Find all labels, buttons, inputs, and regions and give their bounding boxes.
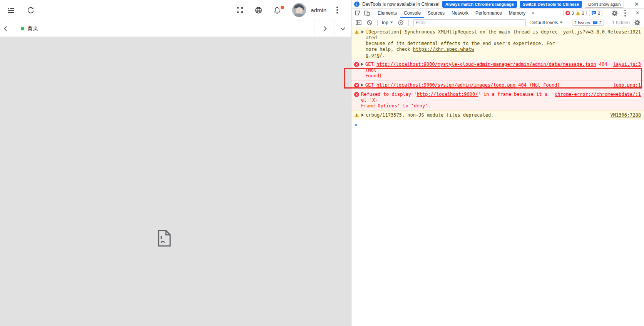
console-message-text: [Deprecation] Synchronous XMLHttpRequest… bbox=[366, 29, 558, 58]
error-icon bbox=[354, 83, 359, 88]
infobar-button-0[interactable]: Always match Chrome's language bbox=[442, 1, 517, 8]
issues-counter[interactable]: 2 bbox=[589, 10, 602, 16]
broken-page-icon bbox=[158, 230, 171, 247]
device-toolbar-icon[interactable] bbox=[362, 9, 371, 17]
issues-label: 2 Issues: bbox=[574, 20, 591, 25]
console-sidebar-toggle-icon[interactable] bbox=[354, 18, 363, 27]
console-prompt[interactable]: > bbox=[351, 120, 644, 130]
infobar-button-1[interactable]: Switch DevTools to Chinese bbox=[520, 1, 582, 8]
console-message-row: [Deprecation] Synchronous XMLHttpRequest… bbox=[351, 27, 644, 60]
console-toolbar: top Default levels 2 Issues: bbox=[351, 18, 644, 27]
infobar-close-icon[interactable]: ✕ bbox=[632, 1, 641, 7]
expand-triangle-icon[interactable] bbox=[361, 30, 364, 33]
hidden-messages-label: 1 hidden bbox=[612, 20, 630, 25]
console-toolbar-right: Default levels 2 Issues: 2 1 hidden bbox=[529, 18, 642, 27]
issues-count: 2 bbox=[598, 11, 600, 15]
source-location-link[interactable]: logo.png:1 bbox=[613, 82, 641, 88]
tab-scroll-right-button[interactable] bbox=[314, 20, 334, 37]
levels-label: Default levels bbox=[530, 20, 558, 25]
error-icon bbox=[354, 92, 359, 97]
iframe-content-area bbox=[0, 37, 351, 326]
devtools-tab-memory[interactable]: Memory bbox=[505, 8, 529, 18]
devtools-close-icon[interactable]: × bbox=[633, 9, 642, 17]
fullscreen-icon[interactable] bbox=[236, 7, 243, 13]
console-message-text: crbug/1173575, non-JS module files depre… bbox=[366, 112, 605, 118]
tab-scroll-left-button[interactable] bbox=[0, 20, 13, 37]
chevron-down-icon bbox=[390, 22, 393, 23]
expand-triangle-icon[interactable] bbox=[361, 114, 364, 117]
javascript-context-selector[interactable]: top bbox=[381, 20, 394, 25]
devtools-tabs: ElementsConsoleSourcesNetworkPerformance… bbox=[374, 8, 529, 18]
active-tab-dot bbox=[21, 27, 24, 30]
error-warning-counter[interactable]: 3 2 bbox=[563, 10, 587, 16]
devtools-tabbar-right: 3 2 2 bbox=[563, 9, 644, 17]
more-tabs-icon[interactable]: » bbox=[529, 10, 537, 16]
tab-home[interactable]: 首页 bbox=[13, 20, 46, 37]
devtools-tab-sources[interactable]: Sources bbox=[424, 8, 448, 18]
log-levels-selector[interactable]: Default levels bbox=[529, 20, 564, 25]
error-count: 3 bbox=[572, 11, 574, 15]
expand-triangle-icon[interactable] bbox=[361, 84, 363, 87]
devtools-panel: DevTools is now available in Chinese! Al… bbox=[351, 0, 644, 326]
console-link[interactable]: https://xhr.spec.whatw bbox=[413, 47, 474, 52]
chevron-down-icon bbox=[560, 22, 563, 23]
devtools-tab-performance[interactable]: Performance bbox=[472, 8, 505, 18]
username-label: admin bbox=[311, 7, 326, 13]
settings-gear-icon[interactable] bbox=[610, 9, 619, 17]
refresh-icon[interactable] bbox=[27, 7, 34, 13]
console-settings-gear-icon[interactable] bbox=[632, 18, 642, 27]
warn-icon bbox=[354, 30, 360, 34]
language-globe-icon[interactable] bbox=[255, 7, 262, 14]
clear-console-icon[interactable] bbox=[365, 18, 374, 27]
issues-bubble-icon bbox=[591, 11, 596, 15]
devtools-menu-dots-icon[interactable] bbox=[621, 9, 631, 17]
source-location-link[interactable]: yaml.js?v=3.8.0.Release:1921 bbox=[563, 29, 641, 35]
console-message-row-highlighted: Refused to display 'http://localhost:900… bbox=[351, 90, 644, 110]
inspect-element-icon[interactable] bbox=[353, 9, 362, 17]
info-icon bbox=[354, 2, 360, 7]
console-message-text: Refused to display 'http://localhost:900… bbox=[361, 92, 549, 109]
infobar-button-2[interactable]: Don't show again bbox=[585, 1, 624, 8]
error-count-icon bbox=[565, 11, 570, 15]
context-label: top bbox=[382, 20, 388, 25]
header-actions: admin bbox=[236, 3, 351, 17]
console-message-text: GET http://localhost:9000/mystyle-cloud-… bbox=[365, 62, 608, 79]
devtools-tab-console[interactable]: Console bbox=[400, 8, 424, 18]
issues-count: 2 bbox=[599, 20, 602, 25]
prompt-chevron-icon: > bbox=[355, 122, 358, 128]
expand-triangle-icon[interactable] bbox=[361, 63, 363, 66]
infobar-buttons: Always match Chrome's languageSwitch Dev… bbox=[442, 1, 624, 8]
page-tabbar: 首页 bbox=[0, 20, 351, 37]
console-message-row: crbug/1173575, non-JS module files depre… bbox=[351, 110, 644, 120]
devtools-infobar: DevTools is now available in Chinese! Al… bbox=[351, 0, 644, 8]
issues-pill[interactable]: 2 Issues: 2 bbox=[572, 20, 604, 26]
avatar[interactable] bbox=[292, 3, 306, 17]
tab-home-label: 首页 bbox=[27, 25, 38, 32]
more-options-icon[interactable] bbox=[336, 7, 338, 13]
app-header: admin bbox=[0, 0, 351, 20]
devtools-tab-elements[interactable]: Elements bbox=[374, 8, 400, 18]
console-message-row: GET http://localhost:9000/mystyle-cloud-… bbox=[351, 60, 644, 80]
console-link[interactable]: http://localhost:9000/system/admin/image… bbox=[376, 82, 515, 88]
infobar-message: DevTools is now available in Chinese! bbox=[362, 2, 440, 7]
source-location-link[interactable]: VM1306:7288 bbox=[611, 112, 641, 118]
console-message-text: GET http://localhost:9000/system/admin/i… bbox=[365, 82, 608, 88]
warn-icon bbox=[354, 113, 360, 117]
warning-count-icon bbox=[575, 11, 580, 15]
devtools-tab-network[interactable]: Network bbox=[448, 8, 472, 18]
console-link[interactable]: g.org/ bbox=[366, 52, 382, 58]
console-link[interactable]: http://localhost:9000/ bbox=[417, 92, 478, 97]
tab-actions-dropdown-button[interactable] bbox=[334, 20, 351, 37]
console-filter-input[interactable] bbox=[413, 19, 526, 26]
source-location-link[interactable]: layui.js:3 bbox=[613, 62, 641, 67]
console-message-row: GET http://localhost:9000/system/admin/i… bbox=[351, 80, 644, 90]
warning-count: 2 bbox=[582, 11, 584, 15]
console-link[interactable]: http://localhost:9000/mystyle-cloud-admi… bbox=[376, 62, 596, 67]
live-expression-eye-icon[interactable] bbox=[396, 18, 405, 27]
screen: admin 首页 bbox=[0, 0, 644, 326]
collapse-menu-icon[interactable] bbox=[7, 7, 15, 13]
source-location-link[interactable]: chrome-error://chromewebdata/:1 bbox=[555, 92, 641, 97]
issues-bubble-icon bbox=[593, 20, 598, 25]
notification-bell-icon[interactable] bbox=[274, 7, 281, 14]
notification-badge-dot bbox=[281, 6, 284, 9]
